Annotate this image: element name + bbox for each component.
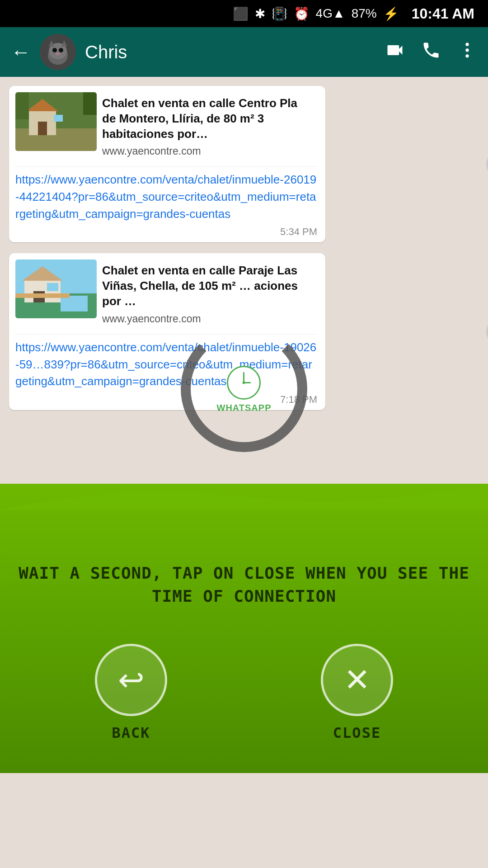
top-bar-actions: [385, 40, 477, 64]
back-btn-icon: ↩: [118, 661, 145, 698]
back-btn-label: BACK: [112, 724, 150, 741]
svg-rect-24: [47, 283, 58, 291]
preview-domain-2: www.yaencontre.com: [102, 313, 312, 325]
svg-point-8: [465, 42, 469, 46]
status-bar: ⬛ ✱ 📳 ⏰ 4G▲ 87% ⚡ 10:41 AM: [0, 0, 488, 27]
close-action-btn[interactable]: ✕ CLOSE: [321, 644, 393, 741]
forward-button-2[interactable]: [486, 317, 488, 346]
svg-point-5: [52, 48, 57, 52]
status-icons: ⬛ ✱ 📳 ⏰ 4G▲ 87% ⚡: [233, 6, 399, 21]
svg-rect-17: [15, 92, 29, 119]
close-btn-icon: ✕: [344, 661, 371, 698]
menu-button[interactable]: [457, 40, 477, 64]
svg-rect-26: [15, 293, 70, 298]
contact-avatar[interactable]: [40, 34, 76, 70]
svg-point-6: [59, 48, 63, 52]
close-btn-circle[interactable]: ✕: [321, 644, 393, 716]
battery-label: 87%: [352, 6, 377, 21]
svg-rect-18: [83, 92, 97, 115]
message-url-2[interactable]: https://www.yaencontre.com/venta/chalet/…: [15, 339, 317, 390]
svg-rect-25: [61, 296, 88, 311]
link-preview-1[interactable]: Chalet en venta en calle Centro Pla de M…: [15, 92, 317, 167]
preview-title-1: Chalet en venta en calle Centro Pla de M…: [102, 96, 312, 142]
close-btn-label: CLOSE: [333, 724, 381, 741]
video-call-button[interactable]: [385, 40, 405, 64]
back-action-btn[interactable]: ↩ BACK: [95, 644, 167, 741]
message-url-1[interactable]: https://www.yaencontre.com/venta/chalet/…: [15, 171, 317, 222]
wait-instruction: WAIT A SECOND, TAP ON CLOSE WHEN YOU SEE…: [18, 562, 470, 608]
back-button[interactable]: ←: [11, 41, 31, 63]
link-preview-2[interactable]: Chalet en venta en calle Paraje Las Viña…: [15, 259, 317, 334]
photo-icon: ⬛: [233, 6, 249, 21]
vibrate-icon: 📳: [272, 6, 287, 21]
contact-name[interactable]: Chris: [85, 42, 376, 62]
svg-rect-15: [38, 122, 47, 135]
network-icon: 4G▲: [316, 6, 345, 21]
message-bubble-2: Chalet en venta en calle Paraje Las Viña…: [9, 253, 325, 410]
message-wrapper-1: Chalet en venta en calle Centro Pla de M…: [9, 86, 479, 242]
forward-button-1[interactable]: [486, 150, 488, 179]
battery-icon: ⚡: [383, 6, 399, 21]
svg-point-7: [56, 52, 60, 55]
message-time-2: 7:18 PM: [15, 394, 317, 406]
phone-call-button[interactable]: [421, 40, 441, 64]
message-wrapper-2: Chalet en venta en calle Paraje Las Viña…: [9, 253, 479, 410]
back-btn-circle[interactable]: ↩: [95, 644, 167, 716]
preview-image-2: [15, 259, 97, 318]
green-curve: [0, 484, 488, 510]
preview-image-1: [15, 92, 97, 151]
top-bar: ← Chris: [0, 27, 488, 77]
bluetooth-icon: ✱: [255, 6, 265, 21]
svg-point-10: [465, 54, 469, 57]
message-bubble-1: Chalet en venta en calle Centro Pla de M…: [9, 86, 325, 242]
preview-info-2: Chalet en venta en calle Paraje Las Viña…: [97, 259, 317, 328]
svg-rect-16: [54, 115, 63, 122]
bottom-buttons: ↩ BACK ✕ CLOSE: [18, 644, 470, 741]
preview-domain-1: www.yaencontre.com: [102, 145, 312, 157]
green-section: WAIT A SECOND, TAP ON CLOSE WHEN YOU SEE…: [0, 484, 488, 773]
preview-info-1: Chalet en venta en calle Centro Pla de M…: [97, 92, 317, 161]
alarm-icon: ⏰: [294, 6, 310, 21]
chat-area: Chalet en venta en calle Centro Pla de M…: [0, 77, 488, 484]
status-time: 10:41 AM: [412, 5, 474, 22]
preview-title-2: Chalet en venta en calle Paraje Las Viña…: [102, 263, 312, 309]
message-time-1: 5:34 PM: [15, 226, 317, 238]
svg-point-9: [465, 48, 469, 52]
